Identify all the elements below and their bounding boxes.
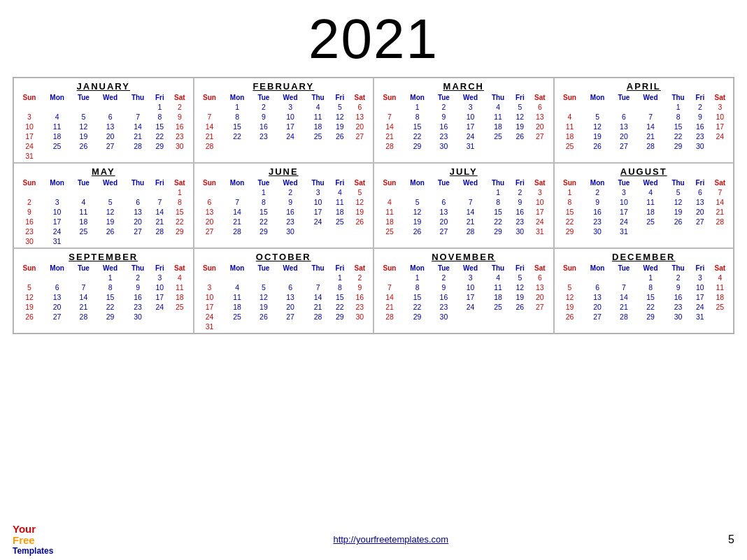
day-cell [71, 151, 95, 161]
day-cell: 24 [456, 302, 485, 312]
day-cell [456, 236, 485, 238]
day-cell: 14 [636, 122, 665, 131]
day-cell: 5 [665, 187, 691, 197]
day-cell: 25 [485, 131, 511, 141]
day-cell: 7 [222, 197, 251, 207]
month-cell-march: MARCHSunMonTueWedThuFriSat12345678910111… [374, 78, 554, 163]
day-header-sat: Sat [349, 93, 371, 102]
day-cell [709, 236, 731, 238]
day-cell: 5 [557, 282, 583, 292]
day-cell [305, 151, 331, 152]
day-header-fri: Fri [150, 264, 169, 273]
day-cell: 4 [557, 112, 583, 122]
day-cell: 17 [150, 292, 169, 302]
day-cell: 20 [583, 302, 611, 312]
day-cell: 11 [71, 207, 95, 217]
logo: Your Free Templates [13, 524, 53, 556]
month-name: JULY [376, 166, 551, 177]
day-cell [612, 273, 636, 282]
month-name: SEPTEMBER [16, 252, 191, 262]
month-name: DECEMBER [557, 252, 732, 262]
day-cell: 24 [197, 312, 223, 322]
day-cell: 13 [432, 207, 455, 217]
day-cell [43, 102, 71, 112]
day-cell: 18 [71, 217, 95, 227]
day-cell [150, 187, 169, 197]
month-name: JUNE [197, 166, 371, 177]
day-cell: 3 [150, 273, 169, 282]
day-cell [432, 151, 455, 152]
day-cell: 28 [150, 227, 169, 236]
day-cell: 10 [305, 197, 331, 207]
day-cell [432, 236, 455, 238]
day-cell: 12 [583, 122, 611, 131]
day-header-wed: Wed [636, 93, 665, 102]
day-cell: 14 [125, 122, 151, 131]
day-cell: 7 [612, 282, 636, 292]
day-cell [376, 322, 403, 323]
day-cell [349, 236, 371, 238]
day-cell [305, 236, 331, 238]
day-cell [305, 227, 331, 236]
day-cell: 11 [636, 197, 665, 207]
footer-page: 5 [728, 533, 734, 546]
day-cell: 16 [125, 292, 151, 302]
day-cell: 10 [612, 197, 636, 207]
day-cell: 19 [96, 217, 125, 227]
day-cell: 19 [16, 302, 43, 312]
day-cell [636, 102, 665, 112]
month-cell-june: JUNESunMonTueWedThuFriSat123456789101112… [194, 163, 374, 248]
day-cell: 28 [305, 312, 331, 322]
day-cell: 25 [305, 131, 331, 141]
day-header-sun: Sun [557, 178, 583, 187]
day-cell: 2 [583, 187, 611, 197]
day-cell: 31 [16, 151, 43, 161]
month-cell-december: DECEMBERSunMonTueWedThuFriSat12345678910… [554, 248, 734, 333]
day-cell [529, 141, 550, 151]
day-cell: 17 [529, 207, 550, 217]
day-cell: 23 [583, 217, 611, 227]
day-cell [557, 151, 583, 152]
day-cell: 22 [252, 217, 276, 227]
day-cell: 13 [529, 112, 550, 122]
day-cell: 21 [376, 131, 403, 141]
day-cell: 8 [636, 282, 665, 292]
day-cell: 8 [403, 282, 432, 292]
month-name: JANUARY [16, 81, 191, 92]
day-cell: 26 [511, 302, 529, 312]
day-cell [169, 322, 190, 323]
day-header-sun: Sun [197, 264, 223, 273]
day-cell: 12 [349, 197, 371, 207]
day-cell [71, 236, 95, 246]
day-cell: 3 [197, 282, 223, 292]
footer-url[interactable]: http://yourfreetemplates.com [333, 534, 448, 545]
day-cell: 17 [709, 122, 731, 131]
day-header-mon: Mon [222, 178, 251, 187]
day-cell: 25 [485, 302, 511, 312]
day-cell: 19 [71, 131, 95, 141]
day-cell: 29 [403, 141, 432, 151]
day-cell: 20 [43, 302, 71, 312]
day-cell [376, 102, 403, 112]
month-name: APRIL [557, 81, 732, 92]
day-cell: 5 [349, 187, 371, 197]
month-table: SunMonTueWedThuFriSat1234567891011121314… [197, 178, 371, 238]
day-cell: 6 [583, 282, 611, 292]
day-cell [16, 273, 43, 282]
day-cell [432, 187, 455, 197]
day-cell: 29 [331, 312, 349, 322]
day-cell: 4 [331, 187, 349, 197]
day-cell: 15 [636, 292, 665, 302]
day-cell: 19 [349, 207, 371, 217]
day-cell [252, 273, 276, 282]
day-cell: 15 [557, 207, 583, 217]
day-header-wed: Wed [456, 178, 485, 187]
day-header-wed: Wed [456, 264, 485, 273]
day-cell: 8 [331, 282, 349, 292]
day-cell [665, 227, 691, 236]
day-cell: 31 [43, 236, 71, 246]
day-cell: 2 [16, 197, 43, 207]
day-cell: 25 [331, 217, 349, 227]
day-cell: 12 [252, 292, 276, 302]
day-cell [557, 102, 583, 112]
